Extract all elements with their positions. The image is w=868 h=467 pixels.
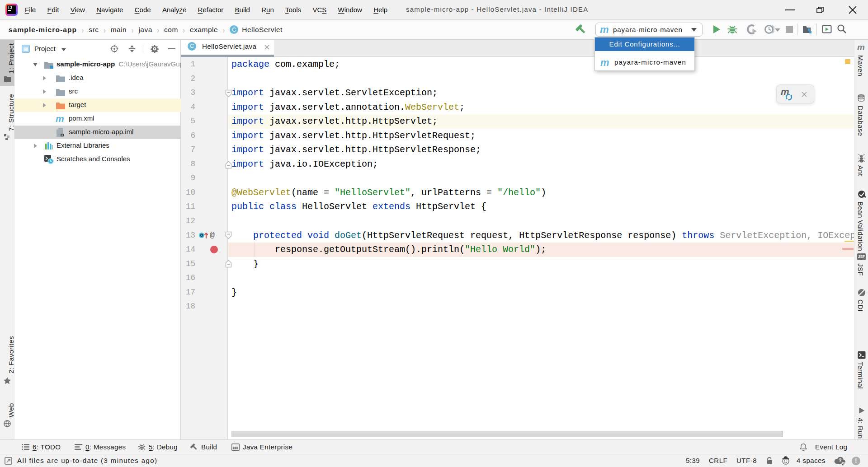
svg-text:?: ?	[839, 458, 842, 463]
